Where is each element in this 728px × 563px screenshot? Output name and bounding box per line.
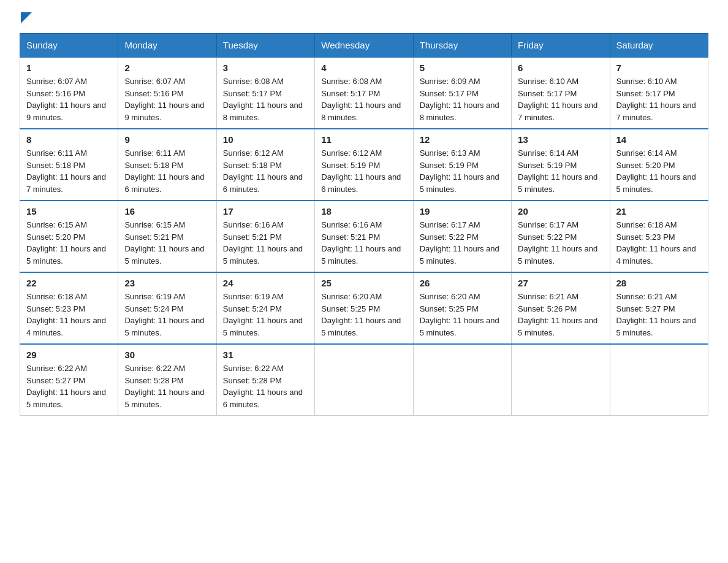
day-number: 12 [420,134,505,145]
day-number: 1 [26,63,112,73]
calendar-week-row: 15 Sunrise: 6:15 AM Sunset: 5:20 PM Dayl… [20,201,708,272]
calendar-day-cell: 17 Sunrise: 6:16 AM Sunset: 5:21 PM Dayl… [216,201,314,272]
day-info: Sunrise: 6:19 AM Sunset: 5:24 PM Dayligh… [124,291,210,339]
day-number: 16 [124,206,210,216]
calendar-day-cell: 28 Sunrise: 6:21 AM Sunset: 5:27 PM Dayl… [610,272,708,344]
weekday-header-thursday: Thursday [413,34,511,58]
day-info: Sunrise: 6:08 AM Sunset: 5:17 PM Dayligh… [321,75,406,123]
day-info: Sunrise: 6:07 AM Sunset: 5:16 PM Dayligh… [26,75,112,123]
day-number: 19 [420,206,505,216]
day-number: 26 [420,278,505,288]
day-number: 13 [518,134,603,145]
weekday-header-row: SundayMondayTuesdayWednesdayThursdayFrid… [20,34,708,58]
day-number: 7 [616,63,702,73]
day-info: Sunrise: 6:16 AM Sunset: 5:21 PM Dayligh… [321,219,406,267]
day-number: 5 [420,63,505,73]
day-info: Sunrise: 6:18 AM Sunset: 5:23 PM Dayligh… [616,219,702,267]
calendar-day-cell: 3 Sunrise: 6:08 AM Sunset: 5:17 PM Dayli… [216,57,314,129]
day-number: 6 [518,63,603,73]
weekday-header-sunday: Sunday [20,34,118,58]
day-number: 14 [616,134,702,145]
day-info: Sunrise: 6:18 AM Sunset: 5:23 PM Dayligh… [26,291,112,339]
day-number: 21 [616,206,702,216]
day-number: 28 [616,278,702,288]
day-info: Sunrise: 6:11 AM Sunset: 5:18 PM Dayligh… [26,147,112,195]
calendar-day-cell: 22 Sunrise: 6:18 AM Sunset: 5:23 PM Dayl… [20,272,118,344]
day-info: Sunrise: 6:21 AM Sunset: 5:27 PM Dayligh… [616,291,702,339]
day-info: Sunrise: 6:13 AM Sunset: 5:19 PM Dayligh… [420,147,505,195]
day-info: Sunrise: 6:22 AM Sunset: 5:28 PM Dayligh… [124,362,210,410]
calendar-day-cell: 24 Sunrise: 6:19 AM Sunset: 5:24 PM Dayl… [216,272,314,344]
calendar-day-cell: 7 Sunrise: 6:10 AM Sunset: 5:17 PM Dayli… [610,57,708,129]
calendar-week-row: 8 Sunrise: 6:11 AM Sunset: 5:18 PM Dayli… [20,129,708,201]
weekday-header-friday: Friday [512,34,610,58]
day-number: 10 [223,134,308,145]
calendar-day-cell: 26 Sunrise: 6:20 AM Sunset: 5:25 PM Dayl… [413,272,511,344]
day-info: Sunrise: 6:19 AM Sunset: 5:24 PM Dayligh… [223,291,308,339]
day-info: Sunrise: 6:20 AM Sunset: 5:25 PM Dayligh… [321,291,406,339]
day-number: 9 [124,134,210,145]
calendar-day-cell [512,344,610,416]
svg-marker-0 [21,12,32,23]
day-info: Sunrise: 6:10 AM Sunset: 5:17 PM Dayligh… [518,75,603,123]
day-info: Sunrise: 6:10 AM Sunset: 5:17 PM Dayligh… [616,75,702,123]
calendar-day-cell: 6 Sunrise: 6:10 AM Sunset: 5:17 PM Dayli… [512,57,610,129]
calendar-day-cell: 20 Sunrise: 6:17 AM Sunset: 5:22 PM Dayl… [512,201,610,272]
day-info: Sunrise: 6:14 AM Sunset: 5:19 PM Dayligh… [518,147,603,195]
calendar-day-cell: 19 Sunrise: 6:17 AM Sunset: 5:22 PM Dayl… [413,201,511,272]
day-number: 30 [124,350,210,360]
day-number: 4 [321,63,406,73]
weekday-header-saturday: Saturday [610,34,708,58]
calendar-day-cell: 2 Sunrise: 6:07 AM Sunset: 5:16 PM Dayli… [118,57,216,129]
calendar-day-cell: 15 Sunrise: 6:15 AM Sunset: 5:20 PM Dayl… [20,201,118,272]
day-info: Sunrise: 6:22 AM Sunset: 5:27 PM Dayligh… [26,362,112,410]
calendar-day-cell [413,344,511,416]
calendar-table: SundayMondayTuesdayWednesdayThursdayFrid… [20,33,708,416]
day-number: 25 [321,278,406,288]
weekday-header-monday: Monday [118,34,216,58]
calendar-day-cell: 5 Sunrise: 6:09 AM Sunset: 5:17 PM Dayli… [413,57,511,129]
day-info: Sunrise: 6:12 AM Sunset: 5:18 PM Dayligh… [223,147,308,195]
calendar-day-cell [610,344,708,416]
day-info: Sunrise: 6:17 AM Sunset: 5:22 PM Dayligh… [420,219,505,267]
day-number: 31 [223,350,308,360]
calendar-day-cell: 18 Sunrise: 6:16 AM Sunset: 5:21 PM Dayl… [315,201,413,272]
calendar-day-cell [315,344,413,416]
day-number: 3 [223,63,308,73]
day-info: Sunrise: 6:14 AM Sunset: 5:20 PM Dayligh… [616,147,702,195]
day-info: Sunrise: 6:15 AM Sunset: 5:21 PM Dayligh… [124,219,210,267]
calendar-day-cell: 11 Sunrise: 6:12 AM Sunset: 5:19 PM Dayl… [315,129,413,201]
weekday-header-tuesday: Tuesday [216,34,314,58]
calendar-day-cell: 8 Sunrise: 6:11 AM Sunset: 5:18 PM Dayli… [20,129,118,201]
day-number: 24 [223,278,308,288]
day-info: Sunrise: 6:16 AM Sunset: 5:21 PM Dayligh… [223,219,308,267]
day-number: 29 [26,350,112,360]
calendar-day-cell: 16 Sunrise: 6:15 AM Sunset: 5:21 PM Dayl… [118,201,216,272]
day-info: Sunrise: 6:17 AM Sunset: 5:22 PM Dayligh… [518,219,603,267]
calendar-day-cell: 30 Sunrise: 6:22 AM Sunset: 5:28 PM Dayl… [118,344,216,416]
day-info: Sunrise: 6:21 AM Sunset: 5:26 PM Dayligh… [518,291,603,339]
calendar-week-row: 22 Sunrise: 6:18 AM Sunset: 5:23 PM Dayl… [20,272,708,344]
day-number: 11 [321,134,406,145]
calendar-day-cell: 27 Sunrise: 6:21 AM Sunset: 5:26 PM Dayl… [512,272,610,344]
calendar-day-cell: 25 Sunrise: 6:20 AM Sunset: 5:25 PM Dayl… [315,272,413,344]
day-info: Sunrise: 6:22 AM Sunset: 5:28 PM Dayligh… [223,362,308,410]
calendar-day-cell: 12 Sunrise: 6:13 AM Sunset: 5:19 PM Dayl… [413,129,511,201]
day-number: 20 [518,206,603,216]
calendar-day-cell: 23 Sunrise: 6:19 AM Sunset: 5:24 PM Dayl… [118,272,216,344]
logo-triangle-icon [21,12,32,23]
day-info: Sunrise: 6:15 AM Sunset: 5:20 PM Dayligh… [26,219,112,267]
day-number: 8 [26,134,112,145]
calendar-day-cell: 13 Sunrise: 6:14 AM Sunset: 5:19 PM Dayl… [512,129,610,201]
calendar-day-cell: 4 Sunrise: 6:08 AM Sunset: 5:17 PM Dayli… [315,57,413,129]
day-info: Sunrise: 6:07 AM Sunset: 5:16 PM Dayligh… [124,75,210,123]
day-number: 23 [124,278,210,288]
calendar-week-row: 1 Sunrise: 6:07 AM Sunset: 5:16 PM Dayli… [20,57,708,129]
page-header [20,15,708,23]
calendar-day-cell: 1 Sunrise: 6:07 AM Sunset: 5:16 PM Dayli… [20,57,118,129]
calendar-day-cell: 9 Sunrise: 6:11 AM Sunset: 5:18 PM Dayli… [118,129,216,201]
day-info: Sunrise: 6:08 AM Sunset: 5:17 PM Dayligh… [223,75,308,123]
calendar-day-cell: 21 Sunrise: 6:18 AM Sunset: 5:23 PM Dayl… [610,201,708,272]
calendar-day-cell: 31 Sunrise: 6:22 AM Sunset: 5:28 PM Dayl… [216,344,314,416]
day-number: 17 [223,206,308,216]
